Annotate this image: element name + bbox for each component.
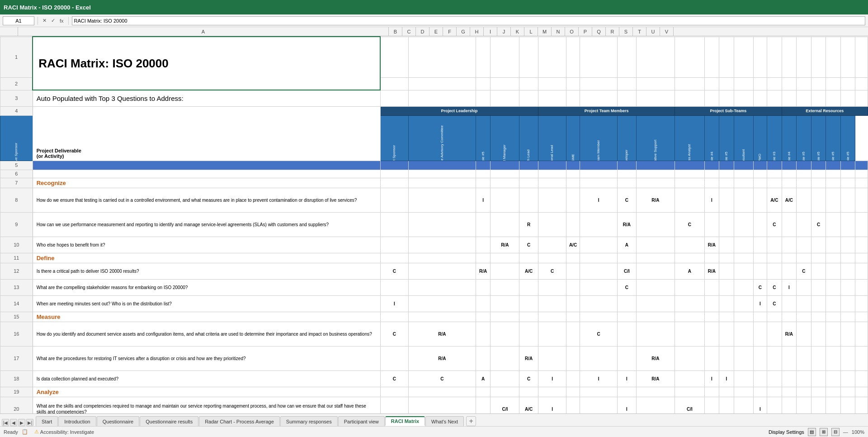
data-cell-15[interactable]: C — [767, 295, 782, 312]
data-cell-5[interactable]: I — [538, 370, 566, 387]
data-cell-2[interactable]: A — [476, 370, 491, 387]
data-cell-14[interactable] — [753, 263, 767, 279]
data-cell-4[interactable]: R — [519, 212, 538, 237]
data-cell-0[interactable] — [380, 279, 408, 295]
data-cell-3[interactable] — [491, 295, 519, 312]
sheet-tab-summary-responses[interactable]: Summary responses — [280, 416, 338, 426]
normal-view-btn[interactable]: ▤ — [808, 428, 816, 436]
data-cell-19[interactable] — [826, 370, 841, 387]
col-header-t[interactable]: T — [633, 27, 646, 36]
data-cell-10[interactable] — [675, 279, 704, 295]
data-cell-8[interactable] — [618, 322, 636, 346]
data-cell-4[interactable] — [519, 188, 538, 212]
data-cell-15[interactable] — [767, 263, 782, 279]
data-cell-13[interactable] — [734, 370, 753, 387]
data-cell-2[interactable] — [476, 212, 491, 237]
data-cell-14[interactable] — [753, 370, 767, 387]
data-cell-4[interactable] — [519, 279, 538, 295]
data-cell-6[interactable] — [566, 322, 580, 346]
data-cell-18[interactable] — [811, 188, 826, 212]
data-cell-14[interactable] — [753, 188, 767, 212]
data-cell-5[interactable] — [538, 295, 566, 312]
data-cell-4[interactable] — [519, 295, 538, 312]
data-cell-5[interactable] — [538, 322, 566, 346]
data-cell-7[interactable]: I — [580, 370, 618, 387]
data-cell-6[interactable] — [566, 397, 580, 413]
sheet-tab-start[interactable]: Start — [36, 416, 58, 426]
data-cell-8[interactable]: I — [618, 370, 636, 387]
data-cell-14[interactable] — [753, 237, 767, 253]
sheet-tab-questionnaire-results[interactable]: Questionnaire results — [140, 416, 198, 426]
data-cell-19[interactable] — [826, 237, 841, 253]
data-cell-19[interactable] — [826, 212, 841, 237]
col-header-j[interactable]: J — [497, 27, 511, 36]
data-cell-13[interactable] — [734, 397, 753, 413]
data-cell-4[interactable]: A/C — [519, 397, 538, 413]
data-cell-9[interactable]: R/A — [636, 188, 675, 212]
data-cell-1[interactable]: R/A — [408, 322, 476, 346]
data-cell-8[interactable]: R/A — [618, 212, 636, 237]
data-cell-0[interactable] — [380, 397, 408, 413]
data-cell-2[interactable]: R/A — [476, 263, 491, 279]
data-cell-7[interactable] — [580, 212, 618, 237]
data-cell-9[interactable] — [636, 263, 675, 279]
col-header-r[interactable]: R — [606, 27, 619, 36]
data-cell-12[interactable] — [719, 279, 734, 295]
data-cell-13[interactable] — [734, 188, 753, 212]
data-cell-2[interactable]: I — [476, 188, 491, 212]
data-cell-17[interactable] — [797, 212, 811, 237]
data-cell-10[interactable]: C — [675, 212, 704, 237]
data-cell-20[interactable] — [840, 295, 855, 312]
cell-reference-input[interactable] — [3, 16, 34, 25]
data-cell-19[interactable] — [826, 263, 841, 279]
data-cell-17[interactable] — [797, 322, 811, 346]
question-cell[interactable]: Is there a critical path to deliver ISO … — [33, 263, 380, 279]
question-cell[interactable]: What are the compelling stakeholder reas… — [33, 279, 380, 295]
data-cell-19[interactable] — [826, 346, 841, 370]
data-cell-1[interactable] — [408, 295, 476, 312]
col-header-g[interactable]: G — [457, 27, 470, 36]
data-cell-1[interactable] — [408, 188, 476, 212]
question-cell[interactable]: Is data collection planned and executed? — [33, 370, 380, 387]
sheet-tab-raci-matrix[interactable]: RACI Matrix — [385, 416, 425, 426]
col-header-q[interactable]: Q — [592, 27, 606, 36]
question-cell[interactable]: How do we ensure that testing is carried… — [33, 188, 380, 212]
data-cell-1[interactable] — [408, 237, 476, 253]
data-cell-11[interactable] — [704, 295, 719, 312]
question-cell[interactable]: How can we use performance measurement a… — [33, 212, 380, 237]
data-cell-17[interactable] — [797, 346, 811, 370]
title-cell[interactable]: RACI Matrix: ISO 20000 — [33, 37, 380, 90]
data-cell-0[interactable]: I — [380, 295, 408, 312]
question-cell[interactable]: What are the procedures for restoring IT… — [33, 346, 380, 370]
formula-input[interactable] — [72, 16, 865, 25]
data-cell-6[interactable] — [566, 346, 580, 370]
data-cell-11[interactable]: R/A — [704, 237, 719, 253]
data-cell-15[interactable] — [767, 397, 782, 413]
data-cell-1[interactable] — [408, 279, 476, 295]
data-cell-13[interactable] — [734, 279, 753, 295]
data-cell-18[interactable]: C — [811, 212, 826, 237]
data-cell-6[interactable] — [566, 188, 580, 212]
col-header-n[interactable]: N — [552, 27, 565, 36]
sheet-nav-next[interactable]: ▶ — [18, 419, 25, 426]
data-cell-8[interactable]: C — [618, 188, 636, 212]
data-cell-2[interactable] — [476, 346, 491, 370]
data-cell-0[interactable] — [380, 212, 408, 237]
data-cell-12[interactable] — [719, 322, 734, 346]
col-header-h[interactable]: H — [470, 27, 484, 36]
data-cell-20[interactable] — [840, 370, 855, 387]
data-cell-6[interactable]: A/C — [566, 237, 580, 253]
data-cell-15[interactable] — [767, 346, 782, 370]
data-cell-19[interactable] — [826, 188, 841, 212]
data-cell-3[interactable] — [491, 263, 519, 279]
data-cell-3[interactable] — [491, 188, 519, 212]
data-cell-15[interactable]: A/C — [767, 188, 782, 212]
data-cell-8[interactable]: C — [618, 279, 636, 295]
data-cell-8[interactable] — [618, 295, 636, 312]
data-cell-13[interactable] — [734, 237, 753, 253]
spreadsheet-area[interactable]: 1RACI Matrix: ISO 2000023Auto Populated … — [0, 36, 868, 413]
data-cell-10[interactable] — [675, 322, 704, 346]
data-cell-16[interactable] — [782, 237, 797, 253]
data-cell-16[interactable] — [782, 397, 797, 413]
data-cell-5[interactable] — [538, 279, 566, 295]
